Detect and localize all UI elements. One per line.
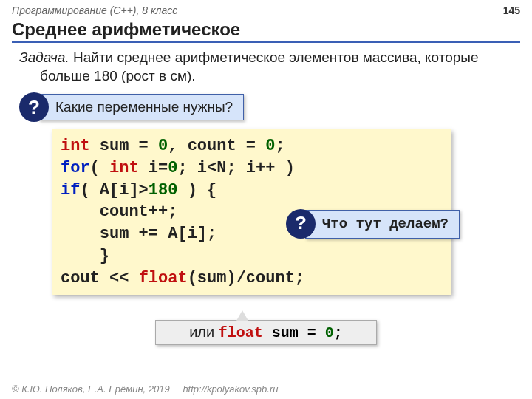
- alt-or: или: [189, 324, 219, 340]
- code-line-2: for( int i=0; i<N; i++ ): [61, 157, 442, 180]
- footer-url[interactable]: http://kpolyakov.spb.ru: [183, 383, 278, 395]
- code-block: int sum = 0, count = 0; for( int i=0; i<…: [52, 129, 451, 295]
- code-line-1: int sum = 0, count = 0;: [61, 135, 442, 157]
- code-line-3: if( A[i]>180 ) {: [61, 180, 442, 202]
- page-title: Среднее арифметическое: [12, 19, 520, 43]
- slide-header: Программирование (C++), 8 класс 145: [0, 0, 532, 18]
- alternative-box: или float sum = 0;: [155, 320, 377, 345]
- alternative-wrap: или float sum = 0;: [0, 307, 532, 345]
- copyright: © К.Ю. Поляков, Е.А. Ерёмин, 2019: [12, 383, 170, 395]
- code-line-6: }: [61, 245, 442, 267]
- page-number: 145: [503, 4, 520, 16]
- footer: © К.Ю. Поляков, Е.А. Ерёмин, 2019 http:/…: [12, 383, 278, 395]
- callout-what-doing: ? Что тут делаем?: [286, 209, 460, 239]
- callout-text: Что тут делаем?: [305, 210, 460, 239]
- course-label: Программирование (C++), 8 класс: [12, 4, 177, 16]
- task-text: Задача. Найти среднее арифметическое эле…: [19, 49, 520, 85]
- task-body: Найти среднее арифметическое элементов м…: [40, 50, 479, 83]
- speech-arrow-icon: [236, 310, 248, 321]
- task-label: Задача.: [19, 50, 69, 65]
- code-line-7: cout << float(sum)/count;: [61, 267, 442, 290]
- callout-variables: ? Какие переменные нужны?: [19, 92, 244, 122]
- callout-text: Какие переменные нужны?: [38, 94, 244, 120]
